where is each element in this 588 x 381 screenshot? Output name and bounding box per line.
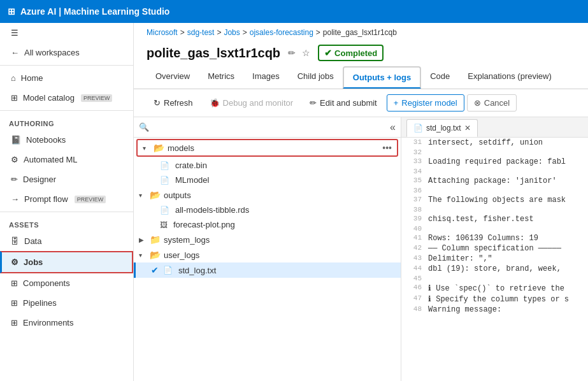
breadcrumb-sdg-test[interactable]: sdg-test <box>187 28 215 37</box>
breadcrumb: Microsoft > sdg-test > Jobs > ojsales-fo… <box>134 23 588 42</box>
folder-closed-icon: 📁 <box>150 234 161 245</box>
cancel-button[interactable]: ⊗ Cancel <box>467 94 517 111</box>
hamburger-menu[interactable]: ☰ <box>0 23 133 43</box>
search-icon: 🔍 <box>139 122 149 132</box>
sidebar-item-environments[interactable]: ⊞ Environments <box>0 313 133 333</box>
log-line-number: 36 <box>401 187 428 194</box>
tree-folder-models[interactable]: ▾ 📂 models ••• <box>136 139 398 157</box>
log-line-text: Delimiter: "," <box>428 254 492 263</box>
sidebar-item-designer[interactable]: ✏ Designer <box>0 169 133 189</box>
register-model-button[interactable]: + Register model <box>387 94 464 111</box>
tree-item-label: models <box>168 143 194 153</box>
sidebar-item-label: Model catalog <box>23 93 75 103</box>
breadcrumb-ojsales[interactable]: ojsales-forecasting <box>250 28 313 37</box>
tree-file-forecast-plot[interactable]: 🖼 forecast-plot.png <box>134 217 401 232</box>
tab-images[interactable]: Images <box>243 66 289 89</box>
more-options-button[interactable]: ••• <box>382 143 392 153</box>
debug-button[interactable]: 🐞 Debug and monitor <box>203 94 301 111</box>
debug-icon: 🐞 <box>210 98 220 108</box>
sidebar: ☰ ← All workspaces ⌂ Home ⊞ Model catalo… <box>0 23 134 381</box>
tree-folder-outputs[interactable]: ▾ 📂 outputs <box>134 187 401 203</box>
chevron-down-icon: ▾ <box>143 145 150 152</box>
log-line-text: Warning message: <box>428 305 501 314</box>
tab-code[interactable]: Code <box>421 66 459 89</box>
page-header: polite_gas_lsxt1r1cqb ✏ ☆ ✔ Completed <box>134 42 588 66</box>
breadcrumb-microsoft[interactable]: Microsoft <box>147 28 178 37</box>
search-input[interactable] <box>152 121 390 133</box>
main-content: Microsoft > sdg-test > Jobs > ojsales-fo… <box>134 23 588 381</box>
sidebar-item-label: All workspaces <box>24 48 80 57</box>
folder-open-icon: 📂 <box>150 190 161 200</box>
topbar: ⊞ Azure AI | Machine Learning Studio <box>0 0 588 23</box>
prompt-flow-icon: → <box>11 194 19 204</box>
tabs: Overview Metrics Images Child jobs Outpu… <box>134 66 588 89</box>
file-search-bar: 🔍 « <box>134 117 401 138</box>
toolbar: ↻ Refresh 🐞 Debug and monitor ✏ Edit and… <box>134 89 588 117</box>
refresh-button[interactable]: ↻ Refresh <box>147 94 200 111</box>
sidebar-item-all-workspaces[interactable]: ← All workspaces <box>0 43 133 62</box>
log-line-text: intersect, setdiff, union <box>428 138 543 147</box>
log-line-number: 32 <box>401 148 428 156</box>
chevron-down-icon: ▾ <box>139 252 147 259</box>
tab-outputs-logs[interactable]: Outputs + logs <box>343 66 421 89</box>
sidebar-item-label: Home <box>21 73 43 83</box>
log-tab-close-button[interactable]: ✕ <box>464 124 471 133</box>
log-line: 36 <box>401 186 588 195</box>
sidebar-item-label: Data <box>24 236 41 246</box>
tree-item-label: all-models-tibble.rds <box>175 205 249 215</box>
tree-file-std-log[interactable]: ✔ 📄 std_log.txt <box>134 262 401 278</box>
sidebar-item-model-catalog[interactable]: ⊞ Model catalog PREVIEW <box>0 88 133 108</box>
explorer-panel: 🔍 « ▾ 📂 models ••• 📄 crate.bin <box>134 117 588 381</box>
log-line: 41Rows: 106139 Columns: 19 <box>401 233 588 243</box>
log-content[interactable]: 31 intersect, setdiff, union3233Loading … <box>401 138 588 381</box>
sidebar-item-notebooks[interactable]: 📓 Notebooks <box>0 130 133 150</box>
tree-item-label: system_logs <box>164 235 210 245</box>
sidebar-item-components[interactable]: ⊞ Components <box>0 273 133 293</box>
sidebar-item-home[interactable]: ⌂ Home <box>0 68 133 88</box>
log-line-number: 46 <box>401 284 428 293</box>
edit-label: Edit and submit <box>320 98 377 108</box>
log-line-text: Loading required package: fabl <box>428 157 566 166</box>
notebooks-icon: 📓 <box>11 135 21 145</box>
status-label: Completed <box>334 48 377 58</box>
log-line-number: 31 <box>401 138 428 147</box>
sidebar-divider <box>0 65 133 66</box>
sidebar-item-jobs[interactable]: ⚙ Jobs <box>0 251 133 273</box>
edit-submit-button[interactable]: ✏ Edit and submit <box>303 94 384 111</box>
log-line: 37The following objects are mask <box>401 195 588 205</box>
tab-explanations[interactable]: Explanations (preview) <box>459 66 561 89</box>
sidebar-item-label: Environments <box>23 318 73 327</box>
sidebar-item-prompt-flow[interactable]: → Prompt flow PREVIEW <box>0 189 133 209</box>
authoring-section-label: Authoring <box>0 113 133 130</box>
log-line: 46ℹ Use `spec()` to retrieve the <box>401 283 588 294</box>
tree-file-crate-bin[interactable]: 📄 crate.bin <box>134 158 401 173</box>
log-line: 40 <box>401 224 588 233</box>
tree-item-label: std_log.txt <box>178 266 216 275</box>
tab-overview[interactable]: Overview <box>147 66 199 89</box>
sidebar-item-data[interactable]: 🗄 Data <box>0 231 133 251</box>
favorite-button[interactable]: ☆ <box>301 47 312 59</box>
log-line-number: 37 <box>401 196 428 205</box>
tree-folder-system-logs[interactable]: ▶ 📁 system_logs <box>134 232 401 247</box>
tree-file-models-tibble[interactable]: 📄 all-models-tibble.rds <box>134 203 401 217</box>
sidebar-item-automated-ml[interactable]: ⚙ Automated ML <box>0 150 133 169</box>
collapse-panel-button[interactable]: « <box>390 122 396 133</box>
tree-file-mlmodel[interactable]: 📄 MLmodel <box>134 173 401 187</box>
page-title: polite_gas_lsxt1r1cqb <box>147 46 280 61</box>
automated-ml-icon: ⚙ <box>11 155 18 164</box>
sidebar-item-pipelines[interactable]: ⊞ Pipelines <box>0 293 133 313</box>
debug-label: Debug and monitor <box>223 98 294 108</box>
breadcrumb-jobs[interactable]: Jobs <box>224 28 240 37</box>
hamburger-icon: ☰ <box>11 28 18 38</box>
tree-folder-user-logs[interactable]: ▾ 📂 user_logs <box>134 247 401 262</box>
log-line-number: 34 <box>401 168 428 175</box>
log-tab-std-log[interactable]: 📄 std_log.txt ✕ <box>406 119 478 137</box>
tab-child-jobs[interactable]: Child jobs <box>289 66 343 89</box>
status-badge: ✔ Completed <box>318 45 384 61</box>
edit-title-button[interactable]: ✏ <box>287 47 297 59</box>
tree-item-label: forecast-plot.png <box>173 220 235 229</box>
tab-metrics[interactable]: Metrics <box>199 66 243 89</box>
file-icon: 📄 <box>160 161 169 170</box>
log-panel: 📄 std_log.txt ✕ 31 intersect, setdiff, u… <box>401 117 588 381</box>
log-line: 31 intersect, setdiff, union <box>401 138 588 148</box>
